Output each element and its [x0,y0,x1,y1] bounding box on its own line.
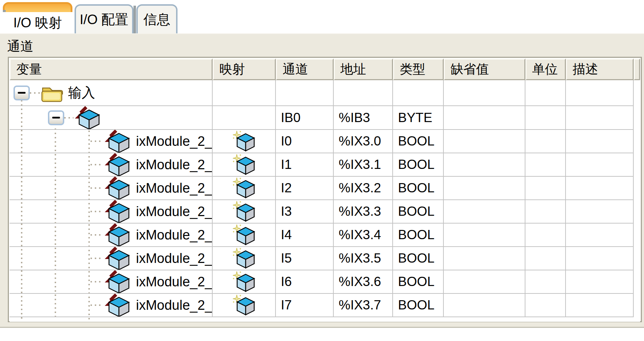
group-label-channels: 通道 [7,38,33,55]
column-header-filler [634,59,640,80]
tab-io-mapping-label: I/O 映射 [3,12,72,33]
cube-sparkle-icon [232,294,256,316]
variable-name: ixModule_2_I2 [136,181,213,196]
variable-name: ixModule_2_I3 [136,204,213,219]
channels-group-panel: 通道 变量 映射 通道 地址 类型 缺省值 单位 描述 [0,33,644,328]
channel-value: I0 [276,130,334,153]
channel-value: IB0 [276,106,334,130]
table-row-bit-i5[interactable]: ixModule_2_I5 I5 %IX3.5 BOOL [10,247,640,270]
type-value: BOOL [393,224,444,247]
column-header-address[interactable]: 地址 [334,59,393,80]
column-header-default[interactable]: 缺省值 [444,59,525,80]
type-value: BOOL [393,247,444,270]
channel-value: I3 [276,200,334,224]
io-channel-table: 变量 映射 通道 地址 类型 缺省值 单位 描述 [8,57,642,322]
table-row-bit-i6[interactable]: ixModule_2_I6 I6 %IX3.6 BOOL [10,270,640,294]
variable-name: ixModule_2_I6 [136,274,213,290]
table-row-bit-i7[interactable]: ixModule_2_I7 I7 %IX3.7 BOOL [10,294,640,317]
cube-sparkle-icon [232,177,256,199]
column-header-type[interactable]: 类型 [393,59,444,80]
type-value: BOOL [393,153,444,177]
variable-name: ixModule_2_I7 [136,298,213,313]
tab-io-configuration-label: I/O 配置 [80,11,128,29]
input-cube-arrow-icon [103,177,131,200]
type-value: BOOL [393,177,444,200]
cube-sparkle-icon [232,247,256,269]
table-row-bit-i3[interactable]: ixModule_2_I3 I3 %IX3.3 BOOL [10,200,640,224]
channel-value: I2 [276,177,334,200]
tab-information-label: 信息 [143,11,170,29]
type-value: BOOL [393,200,444,224]
table-row-bit-i0[interactable]: ixModule_2_I0 I0 %IX3.0 BOOL [10,130,640,153]
input-cube-arrow-icon [103,294,131,317]
table-body: 输入 [10,80,640,322]
input-cube-arrow-icon [103,247,131,270]
input-cube-arrow-icon [103,270,131,294]
address-value: %IX3.6 [334,270,393,294]
address-value: %IX3.4 [334,224,393,247]
table-row-inputs-folder[interactable]: 输入 [10,80,640,106]
input-cube-arrow-icon [73,106,101,130]
collapse-toggle-icon[interactable] [13,86,30,100]
type-value: BYTE [393,106,444,130]
type-value: BOOL [393,270,444,294]
table-row-bit-i1[interactable]: ixModule_2_I1 I1 %IX3.1 BOOL [10,153,640,177]
tab-bar: I/O 映射 I/O 配置 信息 [0,0,644,33]
address-value: %IX3.2 [334,177,393,200]
channel-value: I7 [276,294,334,317]
type-value: BOOL [393,130,444,153]
table-row-bit-i4[interactable]: ixModule_2_I4 I4 %IX3.4 BOOL [10,224,640,247]
column-header-unit[interactable]: 单位 [525,59,566,80]
input-cube-arrow-icon [103,224,131,247]
io-mapping-screen: I/O 映射 I/O 配置 信息 通道 变量 映射 通道 地址 类型 缺省值 单… [0,0,644,341]
channel-value: I6 [276,270,334,294]
table-row-bit-i2[interactable]: ixModule_2_I2 I2 %IX3.2 BOOL [10,177,640,200]
input-cube-arrow-icon [103,200,131,224]
variable-name: 输入 [68,84,95,102]
cube-sparkle-icon [232,200,256,222]
collapse-toggle-icon[interactable] [48,110,64,125]
address-value: %IX3.3 [334,200,393,224]
table-row-byte-ib0[interactable]: IB0 %IB3 BYTE [10,106,640,130]
input-cube-arrow-icon [103,130,131,153]
address-value: %IX3.7 [334,294,393,317]
column-header-description[interactable]: 描述 [566,59,634,80]
tab-io-mapping[interactable]: I/O 映射 [3,2,72,33]
cube-sparkle-icon [232,224,256,246]
variable-name: ixModule_2_I0 [136,134,213,149]
column-header-variable[interactable]: 变量 [10,59,213,80]
channel-value: I5 [276,247,334,270]
tab-io-configuration[interactable]: I/O 配置 [75,4,133,33]
channel-value: I4 [276,224,334,247]
address-value: %IX3.5 [334,247,393,270]
variable-name: ixModule_2_I1 [136,157,213,172]
channel-value: I1 [276,153,334,177]
column-header-channel[interactable]: 通道 [276,59,334,80]
tab-information[interactable]: 信息 [136,4,178,33]
address-value: %IB3 [334,106,393,130]
cube-sparkle-icon [232,154,256,176]
address-value: %IX3.1 [334,153,393,177]
cube-sparkle-icon [232,130,256,152]
input-cube-arrow-icon [103,153,131,177]
type-value: BOOL [393,294,444,317]
table-header-row: 变量 映射 通道 地址 类型 缺省值 单位 描述 [10,59,640,80]
cube-sparkle-icon [232,271,256,293]
column-header-mapping[interactable]: 映射 [213,59,276,80]
address-value: %IX3.0 [334,130,393,153]
folder-icon [40,83,63,103]
active-tab-accent [3,2,72,12]
tab-divider [133,6,136,33]
variable-name: ixModule_2_I4 [136,227,213,243]
variable-name: ixModule_2_I5 [136,251,213,266]
